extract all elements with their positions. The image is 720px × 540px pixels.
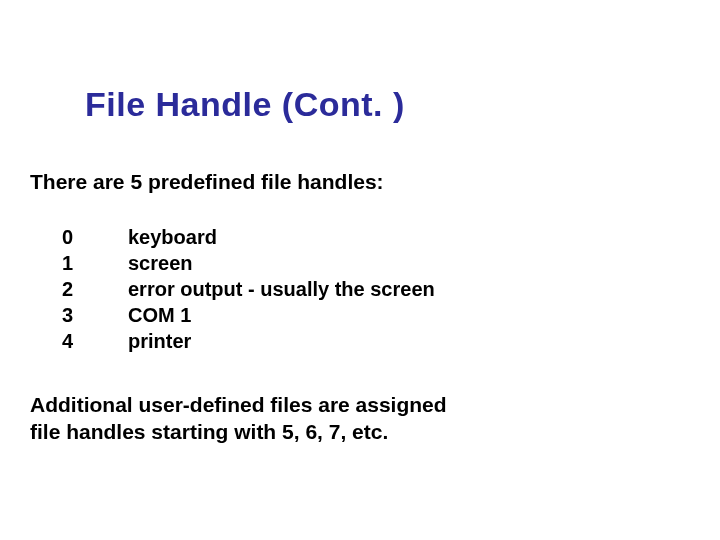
handle-description: printer — [128, 328, 191, 354]
footer-line: file handles starting with 5, 6, 7, etc. — [30, 418, 447, 445]
table-row: 3 COM 1 — [62, 302, 435, 328]
table-row: 1 screen — [62, 250, 435, 276]
handle-description: keyboard — [128, 224, 217, 250]
table-row: 2 error output - usually the screen — [62, 276, 435, 302]
handle-number: 4 — [62, 328, 128, 354]
handle-number: 2 — [62, 276, 128, 302]
handle-number: 0 — [62, 224, 128, 250]
handle-table: 0 keyboard 1 screen 2 error output - usu… — [62, 224, 435, 354]
handle-number: 3 — [62, 302, 128, 328]
table-row: 0 keyboard — [62, 224, 435, 250]
table-row: 4 printer — [62, 328, 435, 354]
slide-title: File Handle (Cont. ) — [85, 85, 405, 124]
slide: File Handle (Cont. ) There are 5 predefi… — [0, 0, 720, 540]
footer-line: Additional user-defined files are assign… — [30, 391, 447, 418]
handle-description: COM 1 — [128, 302, 191, 328]
intro-text: There are 5 predefined file handles: — [30, 170, 384, 194]
handle-number: 1 — [62, 250, 128, 276]
footer-text: Additional user-defined files are assign… — [30, 391, 447, 446]
handle-description: error output - usually the screen — [128, 276, 435, 302]
handle-description: screen — [128, 250, 193, 276]
